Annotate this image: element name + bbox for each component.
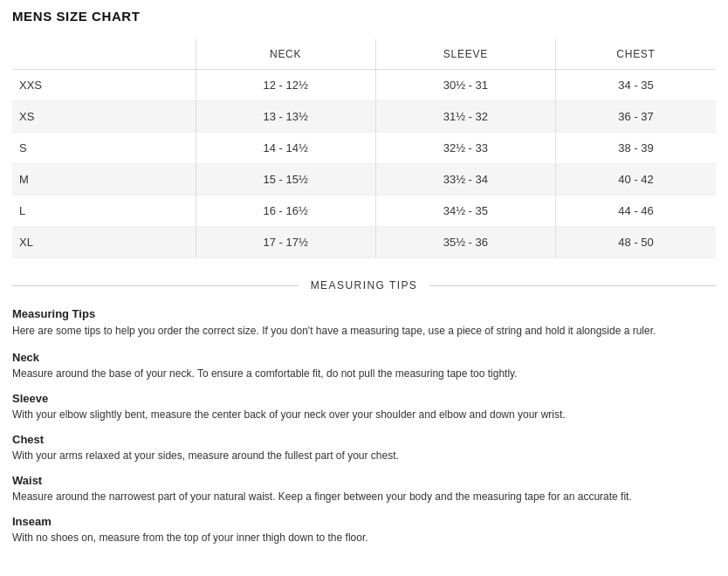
table-row: XL17 - 17½35½ - 3648 - 50 (12, 227, 716, 258)
neck-value: 12 - 12½ (196, 70, 375, 101)
tip-heading: Waist (12, 474, 716, 487)
chest-value: 38 - 39 (556, 133, 717, 164)
tip-section: SleeveWith your elbow slightly bent, mea… (12, 392, 716, 422)
sleeve-value: 35½ - 36 (375, 227, 555, 258)
tip-section: ChestWith your arms relaxed at your side… (12, 433, 716, 463)
tip-body: Measure around the narrowest part of you… (12, 489, 716, 504)
size-label: S (12, 133, 196, 164)
size-column-header (12, 39, 196, 70)
sleeve-value: 30½ - 31 (375, 70, 555, 101)
chest-column-header: CHEST (556, 39, 717, 70)
neck-value: 14 - 14½ (196, 133, 375, 164)
neck-value: 15 - 15½ (196, 164, 375, 195)
size-label: XL (12, 227, 196, 258)
tip-heading: Chest (12, 433, 716, 446)
neck-column-header: NECK (196, 39, 375, 70)
chest-value: 36 - 37 (556, 101, 717, 133)
table-row: M15 - 15½33½ - 3440 - 42 (12, 164, 716, 195)
sleeve-column-header: SLEEVE (375, 39, 555, 70)
table-row: L16 - 16½34½ - 3544 - 46 (12, 195, 716, 227)
measuring-tips-intro: Here are some tips to help you order the… (12, 323, 716, 339)
size-label: XS (12, 101, 196, 133)
tip-heading: Inseam (12, 515, 716, 528)
tip-section: WaistMeasure around the narrowest part o… (12, 474, 716, 504)
sleeve-value: 32½ - 33 (375, 133, 555, 164)
page-title: MENS SIZE CHART (12, 9, 716, 24)
neck-value: 17 - 17½ (196, 227, 375, 258)
neck-value: 13 - 13½ (196, 101, 375, 133)
table-header-row: NECK SLEEVE CHEST (12, 39, 716, 70)
measuring-tips-title: Measuring Tips (12, 307, 716, 320)
neck-value: 16 - 16½ (196, 195, 375, 227)
tip-section: NeckMeasure around the base of your neck… (12, 351, 716, 381)
size-chart-table: NECK SLEEVE CHEST XXS12 - 12½30½ - 3134 … (12, 39, 716, 258)
measuring-tips-divider-label: MEASURING TIPS (299, 279, 430, 291)
table-row: S14 - 14½32½ - 3338 - 39 (12, 133, 716, 164)
tip-body: With your elbow slightly bent, measure t… (12, 407, 716, 422)
tip-body: Measure around the base of your neck. To… (12, 366, 716, 381)
chest-value: 48 - 50 (556, 227, 717, 258)
tip-heading: Sleeve (12, 392, 716, 405)
table-row: XS13 - 13½31½ - 3236 - 37 (12, 101, 716, 133)
chest-value: 44 - 46 (556, 195, 717, 227)
size-label: L (12, 195, 196, 227)
measuring-tips-divider: MEASURING TIPS (12, 279, 716, 291)
measuring-tips-section: Measuring Tips Here are some tips to hel… (12, 307, 716, 545)
sleeve-value: 31½ - 32 (375, 101, 555, 133)
chest-value: 34 - 35 (556, 70, 717, 101)
size-label: M (12, 164, 196, 195)
sleeve-value: 33½ - 34 (375, 164, 555, 195)
tip-heading: Neck (12, 351, 716, 364)
tip-body: With your arms relaxed at your sides, me… (12, 448, 716, 463)
size-label: XXS (12, 70, 196, 101)
table-row: XXS12 - 12½30½ - 3134 - 35 (12, 70, 716, 101)
chest-value: 40 - 42 (556, 164, 717, 195)
tip-body: With no shoes on, measure from the top o… (12, 530, 716, 545)
sleeve-value: 34½ - 35 (375, 195, 555, 227)
tip-section: InseamWith no shoes on, measure from the… (12, 515, 716, 545)
